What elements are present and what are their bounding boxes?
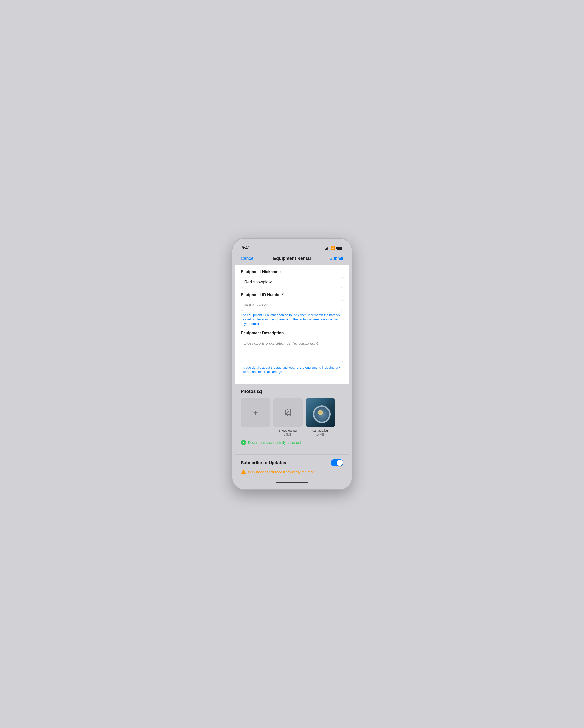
success-text: Document successfully attached xyxy=(248,440,301,445)
description-hint: Include details about the age and wear o… xyxy=(241,365,344,374)
warning-icon xyxy=(241,469,246,475)
warning-text: Only mark as returned if physically retu… xyxy=(248,470,314,474)
wifi-icon: 📶 xyxy=(331,246,335,250)
description-textarea[interactable] xyxy=(241,338,344,362)
warning-message: Only mark as returned if physically retu… xyxy=(241,469,344,475)
id-number-input[interactable] xyxy=(241,300,344,311)
snowplow-photo-size: 14MB xyxy=(284,433,291,436)
plus-icon: + xyxy=(253,408,258,417)
toggle-knob xyxy=(336,460,343,466)
damage-photo-size: 14MB xyxy=(316,433,324,436)
phone-frame: 9:41 📶 Cancel Equipment Rental Submit xyxy=(232,238,352,490)
subscribe-section: Subscribe to Updates Only mark as return… xyxy=(235,454,349,479)
subscribe-label: Subscribe to Updates xyxy=(241,460,286,465)
add-photo-button[interactable]: + xyxy=(241,398,270,427)
form-section: Equipment Nickname Equipment ID Number* … xyxy=(235,265,349,384)
photos-grid: + 🖼 snowplow.jpg 14MB damage.jpg 14MB xyxy=(241,398,344,436)
status-icons: 📶 xyxy=(325,246,342,250)
photos-section: Photos (2) + 🖼 snowplow.jpg 14MB xyxy=(235,384,349,454)
status-bar: 9:41 📶 xyxy=(235,241,349,254)
phone-inner: 9:41 📶 Cancel Equipment Rental Submit xyxy=(235,241,349,487)
submit-button[interactable]: Submit xyxy=(329,256,343,261)
home-indicator xyxy=(235,479,349,487)
id-number-hint: The equipment ID number can be found eit… xyxy=(241,313,344,326)
nav-bar: Cancel Equipment Rental Submit xyxy=(235,254,349,265)
description-label: Equipment Description xyxy=(241,331,344,335)
file-image-icon: 🖼 xyxy=(284,408,292,417)
checkmark-icon: ✓ xyxy=(241,440,246,445)
id-number-label: Equipment ID Number* xyxy=(241,293,344,297)
signal-icon xyxy=(325,246,329,250)
battery-icon xyxy=(336,246,342,250)
id-number-field-group: Equipment ID Number* The equipment ID nu… xyxy=(241,293,344,326)
photo-item: 🖼 snowplow.jpg 14MB xyxy=(273,398,303,436)
photos-title: Photos (2) xyxy=(241,389,344,394)
description-field-group: Equipment Description Include details ab… xyxy=(241,331,344,374)
subscribe-row: Subscribe to Updates xyxy=(241,459,344,466)
status-time: 9:41 xyxy=(242,245,250,251)
snowplow-photo-thumb[interactable]: 🖼 xyxy=(273,398,303,427)
nickname-label: Equipment Nickname xyxy=(241,270,344,274)
home-bar xyxy=(276,482,308,483)
nickname-field-group: Equipment Nickname xyxy=(241,270,344,288)
snowplow-photo-name: snowplow.jpg xyxy=(279,429,297,432)
damage-photo-name: damage.jpg xyxy=(312,429,328,432)
nickname-input[interactable] xyxy=(241,277,344,288)
photo-item: damage.jpg 14MB xyxy=(306,398,335,436)
damage-photo-thumb[interactable] xyxy=(306,398,335,427)
page-title: Equipment Rental xyxy=(273,256,311,261)
success-message: ✓ Document successfully attached xyxy=(241,440,344,445)
subscribe-toggle[interactable] xyxy=(331,459,344,466)
cancel-button[interactable]: Cancel xyxy=(241,256,255,261)
